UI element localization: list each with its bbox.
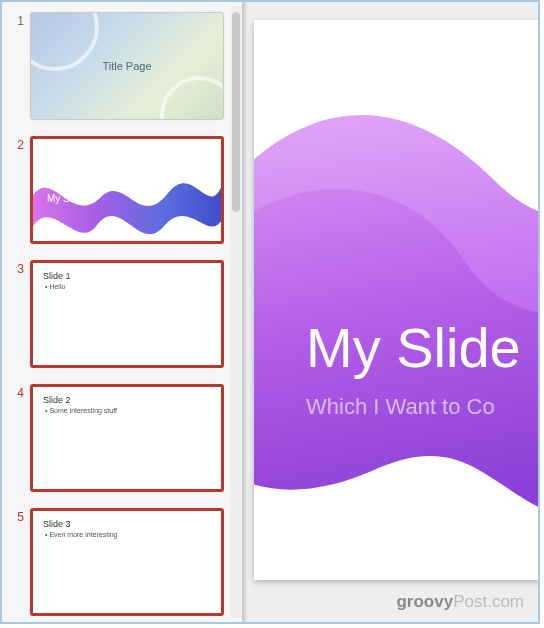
decorative-ring <box>160 76 224 120</box>
thumbnail-slide-2[interactable]: My Slide <box>30 136 224 244</box>
thumbnail-bullet: • Even more interesting <box>33 531 221 538</box>
thumbnail-title: Slide 1 <box>33 263 221 283</box>
slide-thumbnails-panel: 1 Title Page 2 <box>2 2 242 622</box>
panel-shadow <box>242 2 248 622</box>
thumbnail-number: 5 <box>8 508 24 524</box>
thumbnail-number: 1 <box>8 12 24 28</box>
thumbnail-slide-3[interactable]: Slide 1 • Hello <box>30 260 224 368</box>
thumbnail-bullet: • Hello <box>33 283 221 290</box>
watermark-suffix: Post.com <box>453 592 524 611</box>
wave-graphic-icon <box>254 20 538 580</box>
thumbnail-row: 2 My Slide <box>2 136 242 244</box>
thumbnail-number: 4 <box>8 384 24 400</box>
slide-title[interactable]: My Slide <box>306 315 521 380</box>
thumbnail-number: 2 <box>8 136 24 152</box>
thumbnail-title: My Slide <box>47 193 85 204</box>
watermark: groovyPost.com <box>396 592 524 612</box>
thumbnail-title: Title Page <box>102 60 151 72</box>
wave-graphic-icon <box>33 139 221 244</box>
thumbnail-slide-1[interactable]: Title Page <box>30 12 224 120</box>
thumbnail-slide-5[interactable]: Slide 3 • Even more interesting <box>30 508 224 616</box>
thumbnails-scrollbar[interactable] <box>230 6 242 618</box>
slide-editor-area[interactable]: My Slide Which I Want to Co <box>242 2 538 622</box>
app-frame: 1 Title Page 2 <box>0 0 540 624</box>
thumbnail-row: 3 Slide 1 • Hello <box>2 260 242 368</box>
watermark-brand: groovy <box>396 592 453 611</box>
app-inner: 1 Title Page 2 <box>2 2 538 622</box>
scrollbar-thumb[interactable] <box>232 12 240 212</box>
thumbnail-title: Slide 3 <box>33 511 221 531</box>
thumbnail-number: 3 <box>8 260 24 276</box>
thumbnail-title: Slide 2 <box>33 387 221 407</box>
current-slide-canvas[interactable]: My Slide Which I Want to Co <box>254 20 538 580</box>
thumbnail-slide-4[interactable]: Slide 2 • Some interesting stuff <box>30 384 224 492</box>
thumbnail-row: 4 Slide 2 • Some interesting stuff <box>2 384 242 492</box>
slide-subtitle[interactable]: Which I Want to Co <box>306 394 495 420</box>
thumbnail-row: 5 Slide 3 • Even more interesting <box>2 508 242 616</box>
thumbnail-bullet: • Some interesting stuff <box>33 407 221 414</box>
decorative-ring <box>30 12 99 71</box>
thumbnail-row: 1 Title Page <box>2 12 242 120</box>
